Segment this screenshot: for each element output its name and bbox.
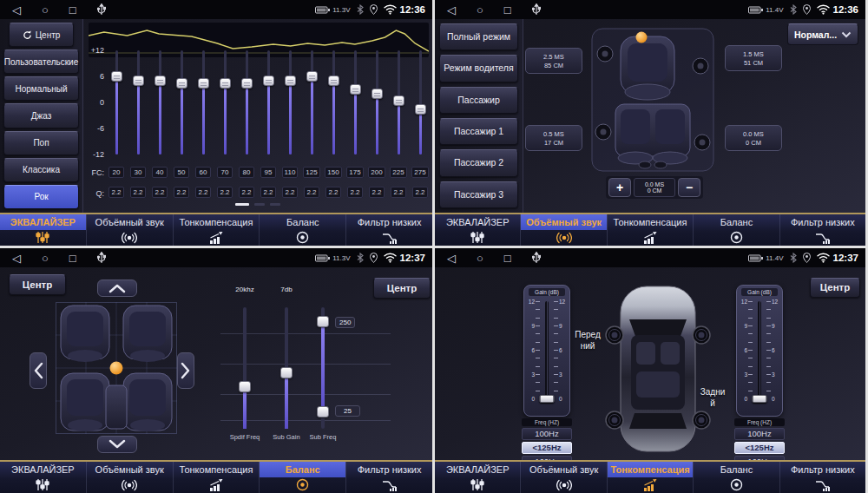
eq-slider-thumb[interactable]: [220, 78, 231, 89]
balance-seat-grid[interactable]: [56, 302, 177, 434]
tab-low-filter[interactable]: Фильтр низких: [345, 462, 432, 493]
tab-low-filter[interactable]: Фильтр низких: [779, 462, 865, 493]
eq-slider-track[interactable]: [311, 50, 313, 154]
eq-slider-thumb[interactable]: [306, 71, 318, 82]
mode-button-1[interactable]: Режим водителя: [439, 55, 518, 82]
tab-eq-sliders[interactable]: ЭКВАЛАЙЗЕР: [435, 214, 520, 246]
eq-slider-track[interactable]: [354, 50, 357, 154]
tab-low-filter[interactable]: Фильтр низких: [345, 214, 432, 246]
tab-loudness-chart[interactable]: Тонкомпенсация: [607, 462, 693, 493]
back-icon[interactable]: ◁: [447, 4, 456, 16]
freq-option[interactable]: 100Hz: [522, 428, 572, 440]
preset-button-1[interactable]: Пользовательские: [3, 49, 79, 74]
mode-button-0[interactable]: Полный режим: [439, 23, 518, 50]
tab-low-filter[interactable]: Фильтр низких: [779, 214, 865, 246]
eq-slider-thumb[interactable]: [111, 71, 122, 82]
mode-button-3[interactable]: Пассажир 1: [439, 118, 518, 145]
eq-slider-thumb[interactable]: [415, 104, 426, 115]
home-icon[interactable]: ○: [477, 253, 483, 264]
eq-slider-thumb[interactable]: [241, 78, 253, 89]
freq-option[interactable]: 100Hz: [734, 428, 785, 440]
tab-balance-target[interactable]: Баланс: [693, 462, 779, 493]
delay-rear-left-button[interactable]: 0.5 MS 17 CM: [525, 125, 582, 151]
mode-button-4[interactable]: Пассажир 2: [439, 149, 518, 176]
slider-thumb[interactable]: [280, 367, 293, 378]
recents-icon[interactable]: □: [504, 253, 511, 264]
tab-loudness-chart[interactable]: Тонкомпенсация: [173, 462, 260, 493]
center-button[interactable]: Центр: [9, 274, 66, 295]
delay-rear-right-button[interactable]: 0.0 MS 0 CM: [725, 125, 782, 151]
tab-loudness-chart[interactable]: Тонкомпенсация: [607, 214, 693, 246]
eq-slider-thumb[interactable]: [350, 84, 361, 95]
tab-balance-target[interactable]: Баланс: [259, 462, 345, 493]
preset-button-3[interactable]: Джаз: [3, 103, 79, 128]
eq-slider-track[interactable]: [398, 50, 400, 154]
tab-eq-sliders[interactable]: ЭКВАЛАЙЗЕР: [435, 462, 520, 493]
eq-slider-track[interactable]: [159, 50, 161, 154]
tab-balance-target[interactable]: Баланс: [259, 214, 345, 246]
surround-preset-dropdown[interactable]: Нормал...: [787, 23, 858, 45]
tab-surround-sound[interactable]: Объёмный звук: [86, 462, 173, 493]
slider-track[interactable]: [243, 307, 247, 429]
preset-button-2[interactable]: Нормальный: [3, 76, 79, 101]
delay-minus-button[interactable]: −: [678, 178, 700, 197]
center-button[interactable]: Центр: [810, 278, 860, 298]
home-icon[interactable]: ○: [42, 4, 49, 16]
back-icon[interactable]: ◁: [12, 253, 21, 264]
tab-surround-sound[interactable]: Объёмный звук: [86, 214, 173, 246]
slider-thumb[interactable]: [239, 381, 251, 392]
tab-surround-sound[interactable]: Объёмный звук: [520, 214, 606, 246]
slider-track[interactable]: [285, 307, 288, 429]
eq-slider-thumb[interactable]: [198, 78, 209, 89]
delay-plus-button[interactable]: +: [608, 178, 631, 197]
eq-slider-thumb[interactable]: [176, 78, 187, 89]
pager-dot[interactable]: [254, 203, 265, 206]
rear-gain-thumb[interactable]: [753, 395, 767, 403]
freq-option[interactable]: <125Hz: [522, 442, 572, 454]
eq-slider-thumb[interactable]: [133, 76, 144, 86]
eq-slider-thumb[interactable]: [372, 89, 383, 99]
balance-right-button[interactable]: [177, 352, 194, 389]
eq-slider-thumb[interactable]: [285, 76, 296, 86]
eq-slider-track[interactable]: [224, 50, 227, 154]
eq-slider-track[interactable]: [376, 50, 378, 154]
eq-slider-track[interactable]: [332, 50, 335, 154]
sub-gain-slider[interactable]: [280, 307, 293, 429]
preset-button-6[interactable]: Рок: [3, 185, 79, 209]
eq-slider-track[interactable]: [419, 50, 422, 154]
freq-option[interactable]: <125Hz: [734, 442, 785, 454]
delay-front-left-button[interactable]: 2.5 MS 85 CM: [525, 48, 582, 74]
balance-left-button[interactable]: [30, 352, 47, 389]
mode-button-5[interactable]: Пассажир 3: [439, 181, 518, 208]
preset-button-5[interactable]: Классика: [3, 158, 79, 182]
back-icon[interactable]: ◁: [447, 253, 456, 264]
back-icon[interactable]: ◁: [12, 4, 21, 16]
sub-freq-slider[interactable]: [317, 307, 329, 429]
recents-icon[interactable]: □: [69, 4, 76, 16]
front-gain-thumb[interactable]: [540, 395, 555, 403]
eq-slider-track[interactable]: [137, 50, 140, 154]
eq-slider-thumb[interactable]: [393, 95, 404, 106]
delay-front-right-button[interactable]: 1.5 MS 51 CM: [725, 45, 782, 71]
pager-dot[interactable]: [270, 203, 280, 206]
eq-slider-track[interactable]: [181, 50, 183, 154]
home-icon[interactable]: ○: [477, 4, 483, 16]
eq-slider-thumb[interactable]: [328, 76, 339, 86]
spdif-freq-slider[interactable]: [239, 307, 251, 429]
pager-dot[interactable]: [235, 203, 249, 206]
rear-gain-track[interactable]: [758, 301, 761, 398]
tab-loudness-chart[interactable]: Тонкомпенсация: [173, 214, 260, 246]
tab-balance-target[interactable]: Баланс: [693, 214, 779, 246]
eq-slider-track[interactable]: [202, 50, 205, 154]
preset-button-4[interactable]: Поп: [3, 131, 79, 155]
slider-thumb[interactable]: [317, 406, 329, 417]
eq-slider-track[interactable]: [115, 50, 118, 154]
tab-eq-sliders[interactable]: ЭКВАЛАЙЗЕР: [0, 462, 86, 493]
eq-slider-track[interactable]: [246, 50, 248, 154]
slider-track[interactable]: [321, 307, 325, 429]
fader-up-button[interactable]: [97, 279, 137, 297]
recents-icon[interactable]: □: [504, 4, 511, 16]
fader-down-button[interactable]: [97, 436, 137, 453]
slider-thumb[interactable]: [317, 316, 329, 327]
eq-slider-thumb[interactable]: [155, 76, 166, 86]
